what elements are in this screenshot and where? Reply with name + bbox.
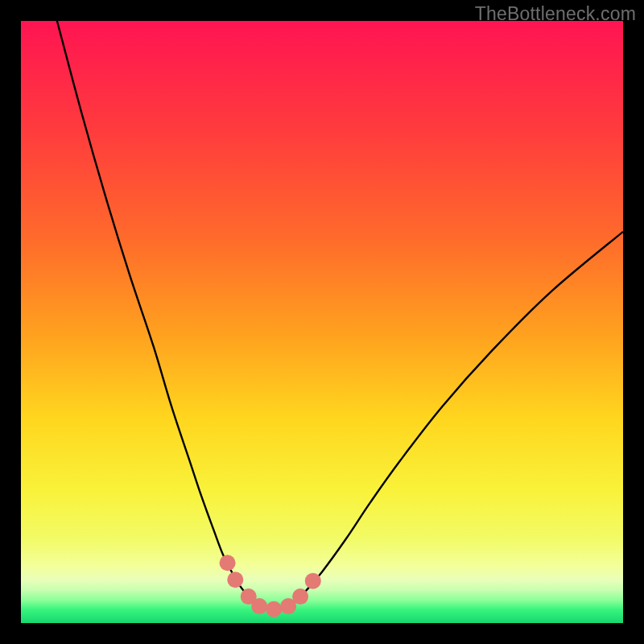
marker-dot bbox=[305, 573, 321, 589]
marker-dot bbox=[251, 598, 267, 614]
marker-dot bbox=[220, 555, 236, 571]
marker-dot bbox=[227, 572, 243, 588]
marker-dot bbox=[292, 588, 308, 605]
watermark-text: TheBottleneck.com bbox=[475, 3, 636, 25]
curve-right-branch bbox=[286, 232, 623, 608]
plot-area bbox=[21, 21, 623, 623]
curve-left-branch bbox=[57, 21, 262, 608]
marker-dot bbox=[266, 601, 282, 617]
outer-frame: TheBottleneck.com bbox=[0, 0, 644, 644]
bottleneck-curve bbox=[21, 21, 623, 623]
curve-markers bbox=[220, 555, 321, 617]
